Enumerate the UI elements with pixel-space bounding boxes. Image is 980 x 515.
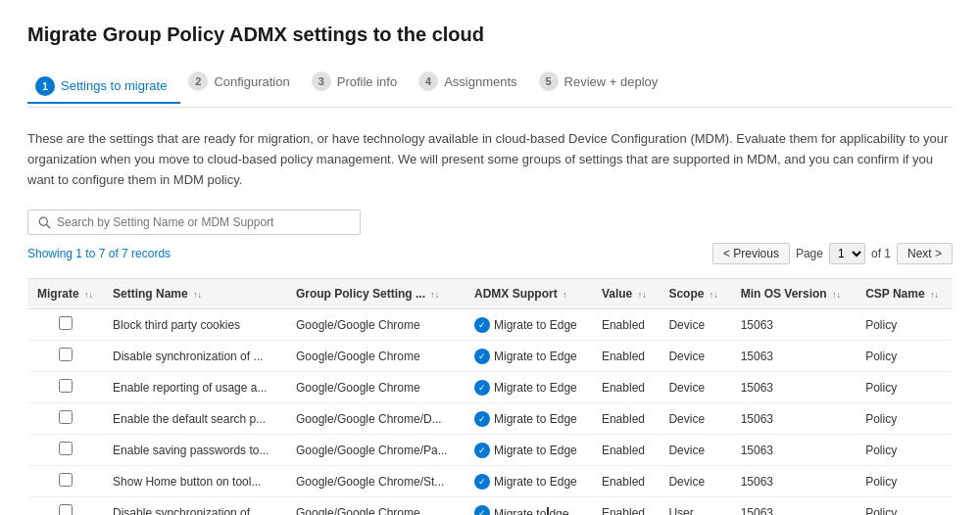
table-row: Block third party cookies Google/Google … [27, 309, 953, 341]
pagination-row: < Previous Page 1 of 1 Next > [712, 243, 953, 264]
row-scope: Device [659, 309, 730, 341]
search-row [27, 210, 953, 235]
migrate-check-icon: ✓ [474, 349, 490, 364]
step-profile[interactable]: 3 Profile info [304, 66, 411, 97]
row-admx-support: ✓ Migrate to Edge [465, 341, 592, 372]
row-csp-name: Policy [856, 497, 953, 515]
row-group-policy: Google/Google Chrome [286, 341, 465, 372]
row-csp-name: Policy [856, 372, 953, 403]
row-group-policy: Google/Google Chrome [286, 372, 465, 403]
data-table: Migrate ↑↓ Setting Name ↑↓ Group Policy … [27, 278, 953, 515]
row-min-os: 15063 [731, 403, 856, 435]
search-box[interactable] [27, 210, 361, 235]
header-csp-name: CSP Name ↑↓ [856, 279, 953, 309]
header-group-policy: Group Policy Setting ... ↑↓ [286, 279, 465, 309]
row-checkbox-cell[interactable] [27, 309, 103, 341]
row-scope: Device [659, 372, 730, 403]
row-setting-name: Block third party cookies [103, 309, 286, 341]
table-row: Disable synchronization of ... Google/Go… [27, 497, 953, 515]
step-label-review: Review + deploy [564, 74, 659, 89]
page-select[interactable]: 1 [829, 243, 865, 264]
sort-icon-group-policy[interactable]: ↑↓ [430, 290, 439, 300]
next-button[interactable]: Next > [897, 243, 953, 264]
row-checkbox-cell[interactable] [27, 372, 103, 403]
migrate-label: Migrate to Edge [494, 412, 577, 426]
row-value: Enabled [592, 372, 659, 403]
step-number-3: 3 [312, 71, 331, 91]
row-min-os: 15063 [731, 372, 856, 403]
sort-icon-min-os[interactable]: ↑↓ [832, 290, 841, 300]
sort-icon-migrate[interactable]: ↑↓ [84, 290, 93, 300]
row-setting-name: Disable synchronization of ... [103, 497, 286, 515]
row-checkbox-cell[interactable] [27, 466, 103, 497]
row-min-os: 15063 [731, 466, 856, 497]
row-scope: Device [659, 435, 730, 466]
row-group-policy: Google/Google Chrome/Pa... [286, 435, 465, 466]
step-configuration[interactable]: 2 Configuration [180, 66, 303, 97]
migrate-label: Migrate to Edge [494, 444, 577, 457]
text-cursor [547, 507, 549, 515]
search-input[interactable] [57, 215, 350, 229]
row-setting-name: Enable reporting of usage a... [103, 372, 286, 403]
sort-icon-value[interactable]: ↑↓ [638, 290, 647, 300]
step-number-4: 4 [418, 71, 438, 91]
svg-line-1 [47, 224, 50, 227]
step-settings[interactable]: 1 Settings to migrate [27, 70, 180, 104]
row-checkbox[interactable] [59, 379, 73, 393]
header-value: Value ↑↓ [592, 279, 659, 309]
row-value: Enabled [592, 466, 659, 497]
sort-icon-admx-support[interactable]: ↑ [563, 290, 567, 300]
of-label: of 1 [871, 247, 891, 260]
header-setting-name: Setting Name ↑↓ [103, 279, 286, 309]
migrate-check-icon: ✓ [474, 474, 490, 490]
row-value: Enabled [592, 497, 659, 515]
row-min-os: 15063 [731, 341, 856, 372]
row-checkbox[interactable] [59, 504, 73, 515]
step-label-assignments: Assignments [444, 74, 516, 89]
sort-icon-csp-name[interactable]: ↑↓ [930, 290, 939, 300]
row-setting-name: Enable the default search p... [103, 403, 286, 435]
row-admx-support: ✓ Migrate to Edge [465, 309, 592, 341]
row-checkbox-cell[interactable] [27, 403, 103, 435]
row-admx-support: ✓ Migrate to Edge [465, 372, 592, 403]
step-assignments[interactable]: 4 Assignments [411, 66, 530, 97]
row-setting-name: Show Home button on tool... [103, 466, 286, 497]
row-min-os: 15063 [731, 309, 856, 341]
header-min-os: Min OS Version ↑↓ [731, 279, 856, 309]
row-checkbox[interactable] [59, 473, 73, 487]
row-checkbox[interactable] [59, 348, 73, 361]
migrate-label: Migrate to Edge [494, 381, 577, 395]
step-number-2: 2 [188, 71, 208, 91]
migrate-check-icon: ✓ [474, 443, 490, 458]
row-csp-name: Policy [856, 466, 953, 497]
wizard-steps: 1 Settings to migrate 2 Configuration 3 … [27, 66, 953, 108]
migrate-label: Migrate todge [494, 505, 568, 515]
row-csp-name: Policy [856, 309, 953, 341]
page-title: Migrate Group Policy ADMX settings to th… [27, 23, 953, 46]
row-checkbox-cell[interactable] [27, 341, 103, 372]
row-csp-name: Policy [856, 403, 953, 435]
row-value: Enabled [592, 341, 659, 372]
row-scope: Device [659, 403, 730, 435]
prev-button[interactable]: < Previous [712, 243, 790, 264]
sort-icon-scope[interactable]: ↑↓ [710, 290, 718, 300]
migrate-label: Migrate to Edge [494, 475, 577, 489]
table-row: Enable the default search p... Google/Go… [27, 403, 953, 435]
table-header-row: Migrate ↑↓ Setting Name ↑↓ Group Policy … [27, 279, 953, 309]
migrate-label: Migrate to Edge [494, 318, 577, 332]
migrate-check-icon: ✓ [474, 380, 490, 396]
step-label-settings: Settings to migrate [61, 78, 167, 93]
row-checkbox[interactable] [59, 316, 73, 330]
row-min-os: 15063 [731, 497, 856, 515]
step-label-profile: Profile info [337, 74, 397, 89]
row-checkbox[interactable] [59, 410, 73, 424]
header-scope: Scope ↑↓ [659, 279, 730, 309]
row-admx-support: ✓ Migrate to Edge [465, 435, 592, 466]
sort-icon-setting-name[interactable]: ↑↓ [193, 290, 202, 300]
step-review[interactable]: 5 Review + deploy [531, 66, 672, 97]
row-setting-name: Enable saving passwords to... [103, 435, 286, 466]
row-checkbox[interactable] [59, 442, 73, 455]
row-csp-name: Policy [856, 341, 953, 372]
row-checkbox-cell[interactable] [27, 435, 103, 466]
row-checkbox-cell[interactable] [27, 497, 103, 515]
